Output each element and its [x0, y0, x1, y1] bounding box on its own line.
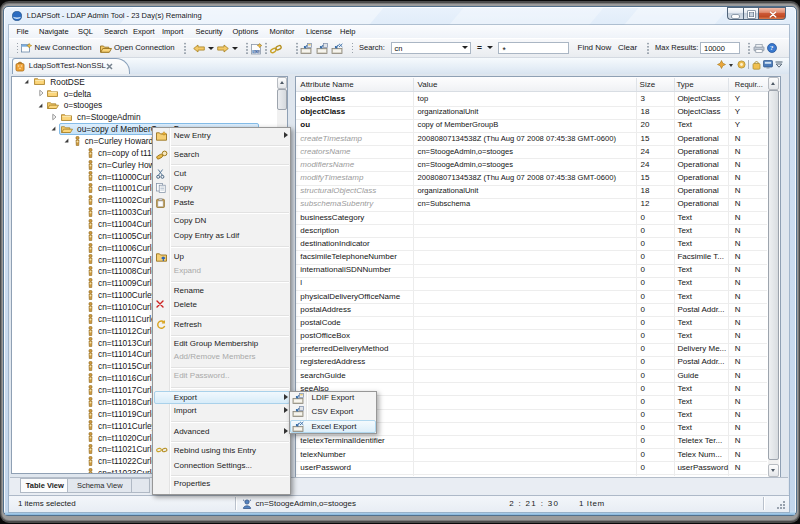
svg-text:SQL: SQL: [252, 49, 259, 53]
svg-text:?: ?: [770, 44, 773, 51]
